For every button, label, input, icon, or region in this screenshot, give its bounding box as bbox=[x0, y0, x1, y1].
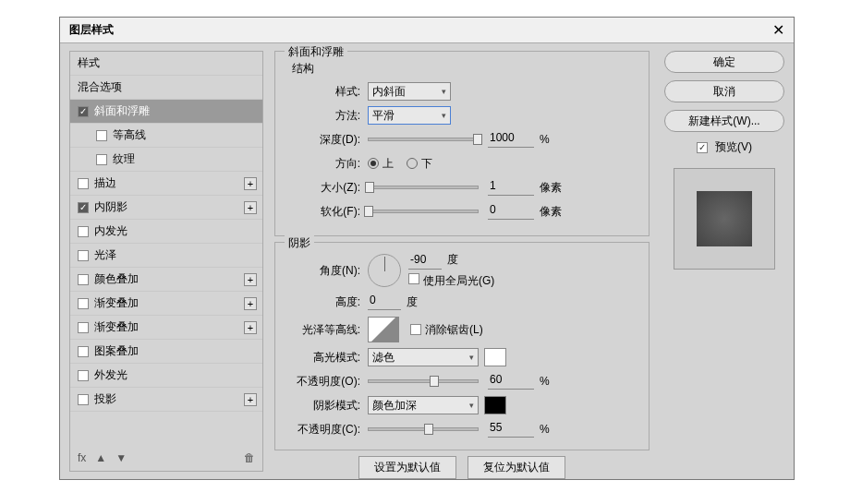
sidebar-item[interactable]: ✓斜面和浮雕 bbox=[70, 100, 262, 124]
style-checkbox[interactable] bbox=[96, 154, 107, 165]
sidebar-item[interactable]: 描边+ bbox=[70, 172, 262, 196]
style-select[interactable]: 内斜面▾ bbox=[368, 82, 451, 101]
cancel-button[interactable]: 取消 bbox=[664, 80, 784, 102]
style-checkbox[interactable] bbox=[78, 298, 89, 309]
add-effect-icon[interactable]: + bbox=[244, 177, 257, 190]
dialog-title: 图层样式 bbox=[69, 22, 114, 38]
preview-checkbox[interactable] bbox=[697, 142, 708, 153]
shadow-mode-label: 阴影模式: bbox=[285, 398, 368, 414]
angle-value[interactable]: -90 bbox=[408, 253, 442, 270]
sidebar-item-label: 颜色叠加 bbox=[94, 271, 139, 287]
chevron-down-icon: ▾ bbox=[442, 87, 446, 96]
sidebar-item-label: 渐变叠加 bbox=[94, 319, 139, 335]
sidebar-item[interactable]: ✓内阴影+ bbox=[70, 196, 262, 220]
direction-label: 方向: bbox=[285, 156, 368, 172]
style-checkbox[interactable] bbox=[78, 370, 89, 381]
add-effect-icon[interactable]: + bbox=[244, 321, 257, 334]
size-slider[interactable] bbox=[368, 186, 479, 189]
depth-value[interactable]: 1000 bbox=[488, 131, 534, 148]
chevron-down-icon: ▾ bbox=[469, 401, 474, 410]
gloss-label: 光泽等高线: bbox=[285, 322, 368, 338]
sidebar-header-styles[interactable]: 样式 bbox=[70, 52, 262, 76]
preview-label: 预览(V) bbox=[715, 139, 752, 155]
soften-label: 软化(F): bbox=[285, 204, 368, 220]
sidebar-item[interactable]: 颜色叠加+ bbox=[70, 268, 262, 292]
structure-title: 结构 bbox=[292, 61, 639, 77]
fx-icon[interactable]: fx bbox=[78, 451, 86, 464]
sidebar-item[interactable]: 渐变叠加+ bbox=[70, 292, 262, 316]
ok-button[interactable]: 确定 bbox=[664, 51, 784, 73]
sidebar-item-label: 内发光 bbox=[94, 223, 128, 239]
depth-slider[interactable] bbox=[368, 138, 479, 141]
sidebar-item-label: 投影 bbox=[94, 391, 116, 407]
sidebar-item[interactable]: 纹理 bbox=[70, 148, 262, 172]
angle-label: 角度(N): bbox=[285, 263, 368, 279]
main-panel: 斜面和浮雕 结构 样式: 内斜面▾ 方法: 平滑▾ 深度(D): bbox=[269, 43, 655, 479]
soften-slider[interactable] bbox=[368, 210, 479, 213]
highlight-opacity-value[interactable]: 60 bbox=[488, 373, 534, 390]
trash-icon[interactable]: 🗑 bbox=[244, 451, 255, 464]
sidebar-item[interactable]: 等高线 bbox=[70, 124, 262, 148]
bevel-group: 斜面和浮雕 结构 样式: 内斜面▾ 方法: 平滑▾ 深度(D): bbox=[274, 51, 650, 236]
bevel-legend: 斜面和浮雕 bbox=[285, 44, 347, 60]
sidebar-item[interactable]: 外发光 bbox=[70, 364, 262, 388]
gloss-contour-picker[interactable] bbox=[368, 317, 399, 342]
altitude-value[interactable]: 0 bbox=[368, 294, 401, 310]
style-checkbox[interactable]: ✓ bbox=[78, 202, 89, 213]
add-effect-icon[interactable]: + bbox=[244, 201, 257, 214]
shading-group: 阴影 角度(N): -90度 使用全局光(G) 高度: 0 度 光泽等高线 bbox=[274, 242, 650, 450]
new-style-button[interactable]: 新建样式(W)... bbox=[664, 110, 784, 132]
highlight-mode-label: 高光模式: bbox=[285, 350, 368, 366]
make-default-button[interactable]: 设置为默认值 bbox=[358, 456, 456, 479]
highlight-mode-select[interactable]: 滤色▾ bbox=[368, 348, 479, 366]
add-effect-icon[interactable]: + bbox=[244, 393, 257, 406]
add-effect-icon[interactable]: + bbox=[244, 273, 257, 286]
highlight-opacity-label: 不透明度(O): bbox=[285, 374, 368, 390]
shadow-opacity-value[interactable]: 55 bbox=[488, 421, 534, 438]
direction-down-radio[interactable] bbox=[407, 158, 418, 169]
sidebar-item[interactable]: 投影+ bbox=[70, 388, 262, 412]
sidebar-header-blend[interactable]: 混合选项 bbox=[70, 76, 262, 100]
technique-select[interactable]: 平滑▾ bbox=[368, 106, 451, 125]
style-checkbox[interactable] bbox=[78, 226, 89, 237]
sidebar-item[interactable]: 内发光 bbox=[70, 220, 262, 244]
chevron-down-icon: ▾ bbox=[442, 111, 446, 120]
close-icon[interactable]: ✕ bbox=[772, 21, 784, 39]
highlight-color-swatch[interactable] bbox=[484, 348, 506, 366]
style-checkbox[interactable] bbox=[78, 394, 89, 405]
angle-dial[interactable] bbox=[368, 254, 401, 287]
style-checkbox[interactable] bbox=[78, 250, 89, 261]
style-checkbox[interactable] bbox=[78, 274, 89, 285]
shadow-mode-select[interactable]: 颜色加深▾ bbox=[368, 396, 479, 414]
direction-up-radio[interactable] bbox=[368, 158, 379, 169]
size-label: 大小(Z): bbox=[285, 180, 368, 196]
soften-value[interactable]: 0 bbox=[488, 203, 534, 220]
sidebar-item-label: 渐变叠加 bbox=[94, 295, 139, 311]
shading-legend: 阴影 bbox=[285, 235, 314, 251]
global-light-checkbox[interactable] bbox=[408, 273, 419, 284]
depth-label: 深度(D): bbox=[285, 132, 368, 148]
style-checkbox[interactable] bbox=[78, 322, 89, 333]
right-panel: 确定 取消 新建样式(W)... 预览(V) bbox=[655, 43, 794, 479]
antialias-checkbox[interactable] bbox=[410, 324, 421, 335]
sidebar-item-label: 图案叠加 bbox=[94, 343, 139, 359]
sidebar-item-label: 纹理 bbox=[113, 151, 135, 167]
sidebar-item[interactable]: 图案叠加 bbox=[70, 340, 262, 364]
size-value[interactable]: 1 bbox=[488, 179, 534, 196]
add-effect-icon[interactable]: + bbox=[244, 297, 257, 310]
style-checkbox[interactable]: ✓ bbox=[78, 106, 89, 117]
shadow-color-swatch[interactable] bbox=[484, 396, 506, 414]
styles-sidebar: 样式 混合选项 ✓斜面和浮雕等高线纹理描边+✓内阴影+内发光光泽颜色叠加+渐变叠… bbox=[69, 51, 263, 472]
highlight-opacity-slider[interactable] bbox=[368, 379, 479, 383]
reset-default-button[interactable]: 复位为默认值 bbox=[468, 456, 565, 479]
shadow-opacity-slider[interactable] bbox=[368, 427, 479, 431]
style-checkbox[interactable] bbox=[78, 346, 89, 357]
style-checkbox[interactable] bbox=[78, 178, 89, 189]
sidebar-item[interactable]: 光泽 bbox=[70, 244, 262, 268]
sidebar-item[interactable]: 渐变叠加+ bbox=[70, 316, 262, 340]
style-checkbox[interactable] bbox=[96, 130, 107, 141]
sidebar-footer: fx ▲ ▼ 🗑 bbox=[70, 445, 262, 471]
arrow-up-icon[interactable]: ▲ bbox=[95, 451, 106, 464]
arrow-down-icon[interactable]: ▼ bbox=[115, 451, 127, 464]
layer-style-dialog: 图层样式 ✕ 样式 混合选项 ✓斜面和浮雕等高线纹理描边+✓内阴影+内发光光泽颜… bbox=[59, 17, 795, 480]
